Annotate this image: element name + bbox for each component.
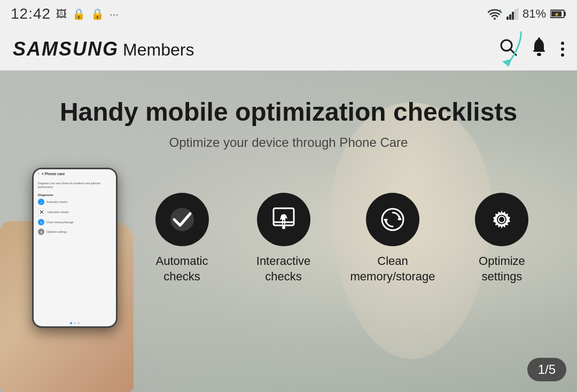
features-row: Automaticchecks Interactivechecks	[147, 193, 537, 284]
feature-label-interactive: Interactivechecks	[256, 254, 311, 284]
svg-rect-2	[509, 14, 511, 20]
feature-automatic-checks: Automaticchecks	[147, 193, 217, 284]
status-left: 12:42 🖼 🔒 🔒 ···	[11, 5, 119, 22]
lock2-icon: 🔒	[91, 7, 104, 20]
more-menu-button[interactable]	[561, 42, 564, 57]
svg-rect-4	[514, 9, 517, 20]
feature-label-optimize: Optimizesettings	[479, 254, 525, 284]
app-header: SAMSUNG Members	[0, 28, 577, 70]
samsung-brand: SAMSUNG	[13, 38, 119, 60]
checkmark-circle-icon	[168, 205, 197, 234]
refresh-circle-icon	[378, 205, 407, 234]
hero-banner: ‹ < Phone care Diagnose your own phone f…	[0, 70, 577, 392]
svg-marker-15	[502, 59, 512, 67]
more-dots-icon: ···	[110, 8, 119, 20]
notifications-button[interactable]	[530, 37, 548, 61]
battery-icon: ⚡	[550, 9, 566, 19]
lock1-icon: 🔒	[72, 7, 85, 20]
svg-point-13	[537, 53, 541, 56]
svg-rect-3	[512, 12, 514, 20]
image-icon: 🖼	[56, 8, 67, 20]
hero-content: Handy mobile optimization checklists Opt…	[0, 70, 577, 392]
feature-interactive-checks: Interactivechecks	[249, 193, 318, 284]
dot2	[561, 48, 564, 51]
svg-rect-7	[564, 12, 566, 16]
hero-subtitle: Optimize your device through Phone Care	[169, 135, 408, 150]
wifi-icon	[487, 8, 502, 20]
svg-text:⚡: ⚡	[554, 12, 559, 17]
dot3	[561, 53, 564, 57]
pagination-badge: 1/5	[527, 358, 566, 381]
feature-label-auto: Automaticchecks	[156, 254, 208, 284]
feature-icon-auto	[155, 193, 209, 246]
members-label: Members	[123, 40, 194, 60]
hero-title: Handy mobile optimization checklists	[60, 97, 517, 127]
svg-rect-12	[533, 50, 545, 52]
svg-point-19	[282, 226, 285, 229]
svg-rect-5	[517, 8, 518, 20]
status-bar: 12:42 🖼 🔒 🔒 ··· 81% ⚡	[0, 0, 577, 28]
feature-clean-memory: Cleanmemory/storage	[350, 193, 435, 284]
svg-rect-1	[506, 17, 509, 20]
feature-icon-clean	[366, 193, 419, 246]
feature-label-clean: Cleanmemory/storage	[350, 254, 435, 284]
svg-point-0	[494, 18, 496, 20]
feature-icon-optimize	[475, 193, 528, 246]
gear-icon	[487, 205, 516, 234]
svg-point-14	[538, 37, 540, 40]
feature-icon-interactive	[257, 193, 310, 246]
signal-icon	[506, 8, 518, 20]
status-right: 81% ⚡	[487, 7, 566, 21]
app-title: SAMSUNG Members	[13, 38, 194, 60]
battery-percent: 81%	[523, 7, 546, 21]
status-time: 12:42	[11, 5, 51, 22]
dot1	[561, 42, 564, 45]
arrow-indicator	[497, 29, 529, 74]
feature-optimize-settings: Optimizesettings	[467, 193, 536, 284]
touch-screen-icon	[269, 205, 298, 234]
